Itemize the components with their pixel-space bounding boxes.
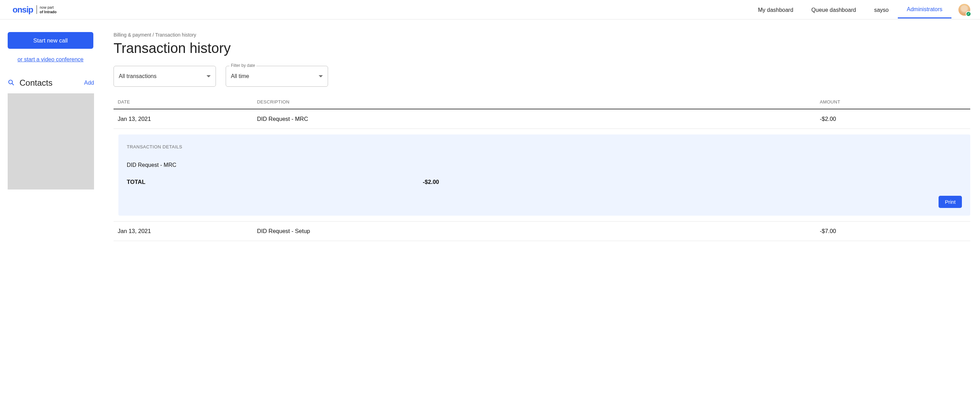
cell-description: DID Request - Setup: [257, 228, 820, 234]
nav-sayso[interactable]: sayso: [865, 2, 898, 18]
th-amount: AMOUNT: [820, 99, 966, 105]
brand-logo[interactable]: onsip: [13, 5, 33, 14]
filter-by-date-value: All time: [231, 73, 249, 79]
filter-by-date-label: Filter by date: [229, 63, 256, 68]
th-description: DESCRIPTION: [257, 99, 820, 105]
cell-amount: -$2.00: [820, 116, 966, 122]
page-title: Transaction history: [113, 40, 970, 56]
primary-nav: My dashboard Queue dashboard sayso Admin…: [749, 1, 970, 19]
nav-queue-dashboard[interactable]: Queue dashboard: [802, 2, 865, 18]
transaction-details-panel: TRANSACTION DETAILS DID Request - MRC TO…: [118, 135, 970, 216]
details-title: TRANSACTION DETAILS: [127, 144, 962, 149]
chevron-down-icon: [319, 75, 323, 77]
contacts-list-placeholder: [8, 93, 94, 189]
start-new-call-button[interactable]: Start new call: [8, 32, 93, 49]
details-line: DID Request - MRC: [127, 162, 962, 168]
details-total-value: -$2.00: [423, 179, 439, 185]
breadcrumb-part2[interactable]: Transaction history: [155, 32, 196, 38]
print-button[interactable]: Print: [939, 196, 962, 208]
table-row[interactable]: Jan 13, 2021 DID Request - Setup -$7.00: [113, 221, 970, 241]
th-date: DATE: [118, 99, 257, 105]
brand-sub-line1: now part: [40, 5, 56, 10]
cell-amount: -$7.00: [820, 228, 966, 234]
start-video-conference-link[interactable]: or start a video conference: [8, 56, 93, 63]
cell-description: DID Request - MRC: [257, 116, 820, 122]
transaction-type-select[interactable]: All transactions: [113, 66, 216, 87]
add-contact-link[interactable]: Add: [84, 80, 94, 86]
app-header: onsip now part of Intrado My dashboard Q…: [0, 0, 980, 19]
brand: onsip now part of Intrado: [13, 5, 56, 14]
nav-administrators[interactable]: Administrators: [898, 1, 951, 19]
details-total-row: TOTAL -$2.00: [127, 179, 962, 185]
details-total-label: TOTAL: [127, 179, 423, 185]
table-row[interactable]: Jan 13, 2021 DID Request - MRC -$2.00: [113, 110, 970, 129]
svg-point-0: [9, 80, 13, 84]
table-header-row: DATE DESCRIPTION AMOUNT: [113, 95, 970, 110]
sidebar: Start new call or start a video conferen…: [7, 32, 102, 189]
cell-date: Jan 13, 2021: [118, 228, 257, 234]
online-badge-icon: ✓: [966, 11, 971, 17]
chevron-down-icon: [207, 75, 211, 77]
main-content: Billing & payment / Transaction history …: [102, 32, 973, 241]
filters-row: All transactions Filter by date All time: [113, 66, 970, 87]
breadcrumb-sep: /: [151, 32, 155, 38]
filter-by-date-select[interactable]: Filter by date All time: [226, 66, 328, 87]
transaction-type-value: All transactions: [119, 73, 157, 79]
brand-subtitle: now part of Intrado: [37, 5, 56, 14]
breadcrumb: Billing & payment / Transaction history: [113, 32, 970, 38]
search-icon[interactable]: [8, 79, 14, 87]
contacts-title: Contacts: [19, 78, 52, 88]
nav-my-dashboard[interactable]: My dashboard: [749, 2, 802, 18]
cell-date: Jan 13, 2021: [118, 116, 257, 122]
svg-line-1: [12, 83, 14, 85]
brand-sub-line2: of Intrado: [40, 10, 56, 14]
avatar[interactable]: ✓: [958, 4, 970, 16]
transactions-table: DATE DESCRIPTION AMOUNT Jan 13, 2021 DID…: [113, 95, 970, 241]
breadcrumb-part1[interactable]: Billing & payment: [113, 32, 151, 38]
